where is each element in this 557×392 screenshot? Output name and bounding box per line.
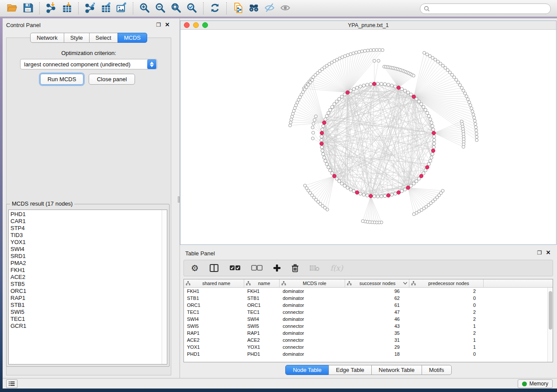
mcds-node-item[interactable]: FKH1 (10, 267, 160, 274)
control-panel-close-button[interactable]: ✕ (164, 21, 170, 28)
add-column-button[interactable] (273, 261, 281, 275)
refresh-view-icon (209, 2, 221, 15)
mcds-node-item[interactable]: STB5 (10, 281, 160, 288)
table-cell: YOX1 (184, 344, 244, 350)
tab-mcds[interactable]: MCDS (118, 33, 147, 43)
tab-motifs[interactable]: Motifs (422, 365, 452, 375)
table-cell: FKH1 (244, 289, 280, 294)
search-icon (424, 6, 430, 12)
delete-column-button[interactable] (291, 261, 299, 275)
table-row[interactable]: ACE2ACE2connector311 (184, 337, 553, 344)
divider-handle-icon[interactable] (178, 196, 180, 203)
mcds-node-item[interactable]: STB1 (10, 302, 160, 309)
table-cell: ACE2 (184, 337, 244, 343)
mcds-node-item[interactable]: ORC1 (10, 288, 160, 295)
mcds-node-item[interactable]: PMA2 (10, 260, 160, 267)
task-history-button[interactable] (6, 379, 17, 388)
table-cell: dominator (280, 330, 345, 336)
table-row[interactable]: FKH1FKH1dominator962 (184, 288, 553, 295)
mcds-node-item[interactable]: CAR1 (10, 218, 160, 225)
clone-network-button[interactable] (230, 1, 246, 15)
network-graph[interactable] (180, 30, 556, 244)
hide-graphics-details-button[interactable] (262, 1, 277, 15)
control-panel-title: Control Panel (6, 22, 41, 28)
close-panel-button[interactable]: Close panel (89, 74, 135, 85)
memory-button[interactable]: Memory (518, 379, 553, 388)
mcds-node-item[interactable]: SWI5 (10, 309, 160, 316)
mcds-node-item[interactable]: ACE2 (10, 274, 160, 281)
mcds-node-item[interactable]: SRD1 (10, 253, 160, 260)
table-row[interactable]: ORC1ORC1dominator610 (184, 302, 553, 309)
table-row[interactable]: TEC1TEC1connector472 (184, 309, 553, 316)
mcds-node-item[interactable]: STP4 (10, 225, 160, 232)
run-mcds-button[interactable]: Run MCDS (40, 74, 83, 85)
refresh-view-button[interactable] (207, 1, 223, 15)
table-cell: 2 (409, 316, 484, 322)
toolbar-separator (226, 2, 227, 14)
node-table[interactable]: shared namenameMCDS rolesuccessor nodesp… (183, 279, 553, 362)
column-header-shared-name[interactable]: shared name (184, 279, 244, 287)
tab-network-table[interactable]: Network Table (371, 365, 422, 375)
zoom-selected-button[interactable] (184, 1, 200, 15)
control-panel-float-button[interactable]: ❐ (156, 22, 162, 28)
zoom-fit-button[interactable] (168, 1, 184, 15)
column-header-predecessor-nodes[interactable]: predecessor nodes (409, 279, 484, 287)
column-type-icon (347, 281, 352, 285)
table-row[interactable]: YOX1YOX1connector291 (184, 344, 553, 351)
table-panel-close-button[interactable]: ✕ (545, 249, 551, 256)
deselect-all-button[interactable] (251, 261, 263, 275)
search-input[interactable] (430, 4, 550, 13)
show-graphics-details-button[interactable] (277, 1, 293, 15)
save-session-button[interactable] (20, 1, 36, 15)
column-header-MCDS-role[interactable]: MCDS role (280, 279, 345, 287)
column-header-name[interactable]: name (244, 279, 280, 287)
column-header-filler (484, 279, 553, 287)
select-all-button[interactable] (229, 261, 241, 275)
mcds-node-item[interactable]: PHD1 (10, 211, 160, 218)
table-row[interactable]: PHD1PHD1dominator180 (184, 351, 553, 358)
tab-node-table[interactable]: Node Table (285, 365, 329, 375)
column-header-successor-nodes[interactable]: successor nodes (345, 279, 409, 287)
mcds-result-list[interactable]: PHD1CAR1STP4TID3YOX1SWI4SRD1PMA2FKH1ACE2… (8, 210, 167, 364)
split-panel-button[interactable] (209, 261, 219, 275)
memory-label: Memory (529, 381, 548, 387)
mcds-node-item[interactable]: RAP1 (10, 295, 160, 302)
export-table-button[interactable] (98, 1, 114, 15)
tab-edge-table[interactable]: Edge Table (329, 365, 372, 375)
table-scrollbar[interactable] (547, 288, 553, 362)
table-panel-title: Table Panel (185, 250, 215, 257)
mcds-node-item[interactable]: TEC1 (10, 316, 160, 323)
search-network-button[interactable] (246, 1, 262, 15)
export-image-button[interactable] (114, 1, 129, 15)
table-cell: 29 (345, 344, 409, 350)
network-frame-titlebar[interactable]: YPA_prune.txt_1 (180, 21, 556, 30)
tab-network[interactable]: Network (30, 33, 64, 43)
sort-desc-icon (403, 282, 407, 285)
criterion-dropdown[interactable]: largest connected component (undirected) (20, 59, 157, 69)
show-graphics-details-icon (279, 2, 291, 15)
table-scrollbar-thumb[interactable] (549, 291, 552, 330)
zoom-out-button[interactable] (152, 1, 168, 15)
mcds-list-scrollbar[interactable] (162, 210, 167, 364)
mcds-node-item[interactable]: YOX1 (10, 239, 160, 246)
mcds-node-item[interactable]: GCR1 (10, 323, 160, 330)
tab-select[interactable]: Select (89, 33, 118, 43)
import-network-button[interactable] (43, 1, 59, 15)
import-table-button[interactable] (59, 1, 75, 15)
table-row[interactable]: STB1STB1dominator620 (184, 295, 553, 302)
open-file-button[interactable] (4, 1, 20, 15)
tab-style[interactable]: Style (64, 33, 90, 43)
network-canvas[interactable] (180, 30, 556, 244)
table-row[interactable]: SWI5SWI5connector431 (184, 323, 553, 330)
table-panel-float-button[interactable]: ❐ (536, 250, 543, 256)
right-column: YPA_prune.txt_1 Table Panel ❐ ✕ ⚙f(x) sh… (177, 18, 557, 378)
table-settings-button[interactable]: ⚙ (191, 261, 199, 275)
mcds-node-item[interactable]: TID3 (10, 232, 160, 239)
mcds-node-item[interactable]: SWI4 (10, 246, 160, 253)
table-row[interactable]: SWI4SWI4dominator462 (184, 316, 553, 323)
search-box[interactable] (420, 3, 551, 14)
table-row[interactable]: RAP1RAP1dominator352 (184, 330, 553, 337)
export-network-button[interactable] (82, 1, 98, 15)
zoom-in-button[interactable] (137, 1, 152, 15)
table-cell: 43 (345, 323, 409, 329)
